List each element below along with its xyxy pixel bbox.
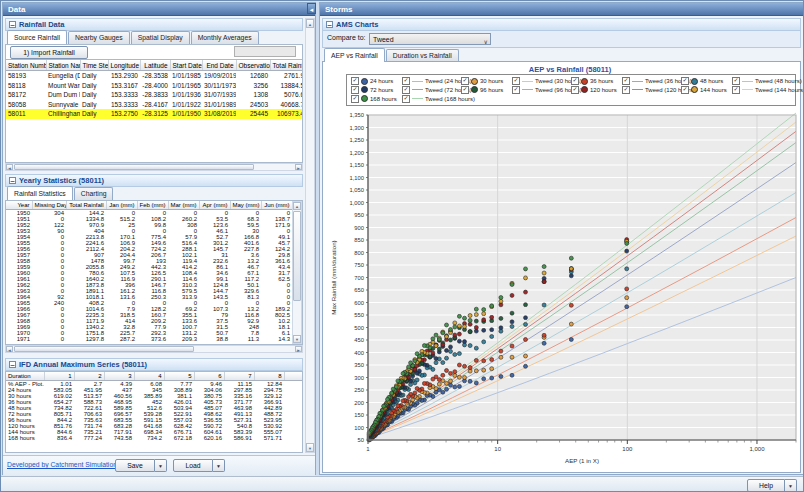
table-row[interactable]: 58193Eungella (Dul...Daily153.2930-28.35…: [6, 71, 303, 81]
legend-checkbox[interactable]: ✓: [681, 77, 689, 85]
scroll-left-icon[interactable]: ◂: [6, 164, 13, 170]
column-header[interactable]: 6: [194, 372, 224, 381]
column-header[interactable]: Station Number: [6, 60, 46, 71]
column-header[interactable]: Missing Days: [32, 201, 66, 210]
legend-checkbox[interactable]: ✓: [351, 86, 359, 94]
scroll-right-icon[interactable]: ▸: [295, 346, 302, 352]
svg-text:Max Rainfall (mm/duration): Max Rainfall (mm/duration): [330, 240, 337, 314]
save-dropdown-icon[interactable]: ▼: [155, 459, 167, 472]
collapse-left-panel-icon[interactable]: ◂: [307, 3, 316, 14]
legend-checkbox[interactable]: ✓: [732, 86, 740, 94]
column-header[interactable]: Total Rainfall: [66, 201, 106, 210]
column-header[interactable]: 5: [164, 372, 194, 381]
legend-checkbox[interactable]: ✓: [461, 77, 469, 85]
legend-item-96-hours: ✓96 hours: [461, 86, 512, 94]
column-header[interactable]: Duration: [6, 372, 44, 381]
legend-item-30-hours: ✓30 hours: [461, 77, 512, 85]
ifd-group-header[interactable]: – IFD Annual Maximum Series (58011): [5, 358, 303, 371]
column-header[interactable]: Start Date: [170, 60, 202, 71]
collapse-group-icon[interactable]: –: [9, 361, 16, 368]
stations-hscrollbar[interactable]: ◂ ▸: [5, 163, 303, 171]
load-dropdown-icon[interactable]: ▼: [213, 459, 225, 472]
legend-item-Tweed-36-hours-: ✓Tweed (36 hours): [622, 77, 681, 85]
column-header[interactable]: Jun (mm): [261, 201, 292, 210]
scroll-down-icon[interactable]: ▼: [293, 335, 301, 343]
column-header[interactable]: 1: [44, 372, 74, 381]
svg-text:1,300: 1,300: [349, 125, 364, 131]
column-header[interactable]: Apr (mm): [199, 201, 230, 210]
tweed-line-icon: [412, 98, 423, 99]
column-header[interactable]: Time Step: [80, 60, 108, 71]
column-header[interactable]: 8: [254, 372, 284, 381]
legend-checkbox[interactable]: ✓: [571, 86, 579, 94]
ams-charts-group-header[interactable]: – AMS Charts: [322, 18, 801, 31]
scroll-down-icon[interactable]: ▼: [306, 443, 314, 452]
compare-to-select[interactable]: Tweed ∨: [369, 33, 491, 45]
tab-aep-vs-rainfall[interactable]: AEP vs Rainfall: [324, 48, 385, 62]
filter-input[interactable]: [234, 46, 296, 57]
table-row[interactable]: 58118Mount WarningDaily153.3167-28.40001…: [6, 81, 303, 91]
column-header[interactable]: Total Rainfall ...: [270, 60, 303, 71]
legend-checkbox[interactable]: ✓: [622, 86, 630, 94]
legend-checkbox[interactable]: ✓: [351, 77, 359, 85]
ifd-grid: Duration123456789% AEP - Plot...1.012.74…: [5, 371, 303, 453]
legend-checkbox[interactable]: ✓: [622, 77, 630, 85]
yearly-statistics-group-title: Yearly Statistics (58011): [19, 176, 104, 185]
column-header[interactable]: Observations: [236, 60, 270, 71]
scroll-up-icon[interactable]: ▲: [306, 19, 314, 28]
legend-checkbox[interactable]: ✓: [351, 95, 359, 103]
column-header[interactable]: May (mm): [230, 201, 261, 210]
legend-checkbox[interactable]: ✓: [571, 77, 579, 85]
legend-checkbox[interactable]: ✓: [402, 77, 410, 85]
help-dropdown-icon[interactable]: ▼: [785, 479, 797, 492]
scroll-up-icon[interactable]: ▲: [293, 202, 301, 210]
tab-nearby-gauges[interactable]: Nearby Gauges: [68, 31, 130, 44]
legend-checkbox[interactable]: ✓: [732, 77, 740, 85]
collapse-group-icon[interactable]: –: [9, 21, 16, 28]
tab-rainfall-statistics[interactable]: Rainfall Statistics: [7, 186, 73, 200]
svg-text:50: 50: [358, 437, 364, 443]
table-row[interactable]: 58172Dum Dum Pu...Daily153.3333-28.38331…: [6, 90, 303, 100]
column-header[interactable]: 9: [284, 372, 303, 381]
column-header[interactable]: Feb (mm): [137, 201, 168, 210]
legend-checkbox[interactable]: ✓: [402, 95, 410, 103]
yearly-hscrollbar[interactable]: ◂ ▸: [5, 345, 303, 353]
column-header[interactable]: Latitude: [140, 60, 170, 71]
scroll-left-icon[interactable]: ◂: [6, 346, 13, 352]
column-header[interactable]: 2: [74, 372, 104, 381]
import-rainfall-button[interactable]: 1) Import Rainfall: [10, 46, 88, 59]
tweed-line-icon: [632, 81, 643, 82]
table-row[interactable]: 58058SunnyvaleDaily153.3333-28.41671/01/…: [6, 100, 303, 110]
column-header[interactable]: Longitude: [108, 60, 140, 71]
legend-checkbox[interactable]: ✓: [402, 86, 410, 94]
column-header[interactable]: Year: [6, 201, 32, 210]
tab-spatial-display[interactable]: Spatial Display: [131, 31, 190, 44]
svg-text:750: 750: [354, 262, 364, 268]
tab-source-rainfall[interactable]: Source Rainfall: [7, 30, 67, 44]
yearly-vscrollbar[interactable]: ▲ ▼: [292, 201, 302, 344]
collapse-group-icon[interactable]: –: [9, 177, 16, 184]
column-header[interactable]: End Date: [202, 60, 236, 71]
svg-text:900: 900: [354, 225, 364, 231]
column-header[interactable]: 4: [134, 372, 164, 381]
data-panel-vscrollbar[interactable]: ▲ ▼: [305, 18, 315, 453]
column-header[interactable]: 3: [104, 372, 134, 381]
table-row[interactable]: 58011ChillinghamDaily153.2750-28.31251/0…: [6, 109, 303, 119]
svg-text:500: 500: [354, 325, 364, 331]
legend-item-Tweed-24-hours-: ✓Tweed (24 hours): [402, 77, 461, 85]
column-header[interactable]: Station Name: [46, 60, 80, 71]
tab-charting[interactable]: Charting: [74, 187, 114, 200]
series-marker-icon: [691, 78, 698, 85]
legend-checkbox[interactable]: ✓: [461, 86, 469, 94]
collapse-group-icon[interactable]: –: [326, 21, 333, 28]
svg-text:1,050: 1,050: [349, 187, 364, 193]
legend-checkbox[interactable]: ✓: [512, 77, 520, 85]
tab-monthly-averages[interactable]: Monthly Averages: [191, 31, 259, 44]
column-header[interactable]: 7: [224, 372, 254, 381]
legend-checkbox[interactable]: ✓: [512, 86, 520, 94]
column-header[interactable]: Mar (mm): [168, 201, 199, 210]
tweed-line-icon: [412, 81, 423, 82]
column-header[interactable]: Jan (mm): [106, 201, 137, 210]
scroll-right-icon[interactable]: ▸: [295, 164, 302, 170]
legend-checkbox[interactable]: ✓: [681, 86, 689, 94]
